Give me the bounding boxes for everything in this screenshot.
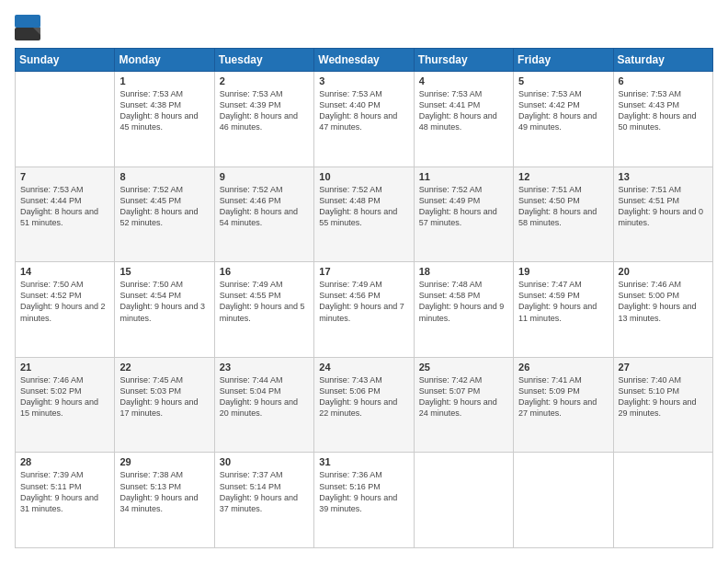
day-number: 30 bbox=[220, 456, 309, 467]
day-number: 6 bbox=[619, 75, 708, 86]
day-number: 21 bbox=[20, 362, 109, 373]
calendar-cell: 18Sunrise: 7:48 AMSunset: 4:58 PMDayligh… bbox=[414, 262, 513, 358]
day-number: 9 bbox=[220, 171, 309, 182]
day-number: 14 bbox=[20, 266, 109, 277]
calendar-table: SundayMondayTuesdayWednesdayThursdayFrid… bbox=[15, 48, 713, 548]
day-info: Sunrise: 7:49 AMSunset: 4:56 PMDaylight:… bbox=[319, 279, 408, 324]
day-info: Sunrise: 7:46 AMSunset: 5:02 PMDaylight:… bbox=[20, 374, 109, 419]
day-number: 28 bbox=[20, 456, 109, 467]
calendar-cell: 15Sunrise: 7:50 AMSunset: 4:54 PMDayligh… bbox=[115, 262, 214, 358]
calendar-week-row: 14Sunrise: 7:50 AMSunset: 4:52 PMDayligh… bbox=[16, 262, 713, 358]
day-number: 25 bbox=[419, 362, 508, 373]
calendar-cell bbox=[414, 453, 513, 548]
weekday-header: Friday bbox=[514, 49, 613, 72]
calendar-cell: 2Sunrise: 7:53 AMSunset: 4:39 PMDaylight… bbox=[214, 72, 313, 167]
day-number: 26 bbox=[518, 362, 608, 373]
day-info: Sunrise: 7:40 AMSunset: 5:10 PMDaylight:… bbox=[619, 374, 708, 419]
day-info: Sunrise: 7:47 AMSunset: 4:59 PMDaylight:… bbox=[518, 279, 608, 324]
day-number: 11 bbox=[419, 171, 508, 182]
calendar-cell: 29Sunrise: 7:38 AMSunset: 5:13 PMDayligh… bbox=[115, 453, 214, 548]
calendar-cell: 26Sunrise: 7:41 AMSunset: 5:09 PMDayligh… bbox=[514, 357, 613, 453]
day-number: 4 bbox=[419, 75, 508, 86]
calendar-cell: 19Sunrise: 7:47 AMSunset: 4:59 PMDayligh… bbox=[514, 262, 613, 358]
day-number: 18 bbox=[419, 266, 508, 277]
calendar-cell: 8Sunrise: 7:52 AMSunset: 4:45 PMDaylight… bbox=[115, 167, 214, 262]
day-number: 2 bbox=[220, 75, 309, 86]
day-info: Sunrise: 7:43 AMSunset: 5:06 PMDaylight:… bbox=[319, 374, 408, 419]
day-number: 23 bbox=[220, 362, 309, 373]
calendar-cell: 9Sunrise: 7:52 AMSunset: 4:46 PMDaylight… bbox=[214, 167, 313, 262]
day-info: Sunrise: 7:46 AMSunset: 5:00 PMDaylight:… bbox=[619, 279, 708, 324]
day-number: 20 bbox=[619, 266, 708, 277]
day-number: 12 bbox=[518, 171, 608, 182]
day-number: 31 bbox=[319, 456, 408, 467]
calendar-cell bbox=[514, 453, 613, 548]
calendar-week-row: 1Sunrise: 7:53 AMSunset: 4:38 PMDaylight… bbox=[16, 72, 713, 167]
weekday-header: Tuesday bbox=[214, 49, 313, 72]
day-info: Sunrise: 7:44 AMSunset: 5:04 PMDaylight:… bbox=[220, 374, 309, 419]
calendar-cell: 30Sunrise: 7:37 AMSunset: 5:14 PMDayligh… bbox=[214, 453, 313, 548]
day-info: Sunrise: 7:53 AMSunset: 4:43 PMDaylight:… bbox=[619, 88, 708, 133]
calendar-cell: 3Sunrise: 7:53 AMSunset: 4:40 PMDaylight… bbox=[314, 72, 414, 167]
day-info: Sunrise: 7:52 AMSunset: 4:46 PMDaylight:… bbox=[220, 184, 309, 229]
calendar-cell: 21Sunrise: 7:46 AMSunset: 5:02 PMDayligh… bbox=[16, 357, 115, 453]
weekday-header: Thursday bbox=[414, 49, 513, 72]
day-number: 15 bbox=[119, 266, 209, 277]
calendar-cell: 10Sunrise: 7:52 AMSunset: 4:48 PMDayligh… bbox=[314, 167, 414, 262]
calendar-cell: 24Sunrise: 7:43 AMSunset: 5:06 PMDayligh… bbox=[314, 357, 414, 453]
calendar-cell: 13Sunrise: 7:51 AMSunset: 4:51 PMDayligh… bbox=[613, 167, 712, 262]
day-info: Sunrise: 7:53 AMSunset: 4:41 PMDaylight:… bbox=[419, 88, 508, 133]
calendar-week-row: 21Sunrise: 7:46 AMSunset: 5:02 PMDayligh… bbox=[16, 357, 713, 453]
day-number: 13 bbox=[619, 171, 708, 182]
day-info: Sunrise: 7:53 AMSunset: 4:42 PMDaylight:… bbox=[518, 88, 608, 133]
day-info: Sunrise: 7:53 AMSunset: 4:44 PMDaylight:… bbox=[20, 184, 109, 229]
calendar-cell: 25Sunrise: 7:42 AMSunset: 5:07 PMDayligh… bbox=[414, 357, 513, 453]
day-info: Sunrise: 7:53 AMSunset: 4:39 PMDaylight:… bbox=[220, 88, 309, 133]
day-info: Sunrise: 7:50 AMSunset: 4:52 PMDaylight:… bbox=[20, 279, 109, 324]
calendar-cell: 20Sunrise: 7:46 AMSunset: 5:00 PMDayligh… bbox=[613, 262, 712, 358]
calendar-cell: 6Sunrise: 7:53 AMSunset: 4:43 PMDaylight… bbox=[613, 72, 712, 167]
day-number: 10 bbox=[319, 171, 408, 182]
day-info: Sunrise: 7:42 AMSunset: 5:07 PMDaylight:… bbox=[419, 374, 508, 419]
calendar-cell: 7Sunrise: 7:53 AMSunset: 4:44 PMDaylight… bbox=[16, 167, 115, 262]
day-info: Sunrise: 7:52 AMSunset: 4:45 PMDaylight:… bbox=[119, 184, 209, 229]
day-number: 3 bbox=[319, 75, 408, 86]
day-number: 7 bbox=[20, 171, 109, 182]
day-number: 22 bbox=[119, 362, 209, 373]
day-info: Sunrise: 7:51 AMSunset: 4:50 PMDaylight:… bbox=[518, 184, 608, 229]
weekday-header: Wednesday bbox=[314, 49, 414, 72]
calendar-week-row: 28Sunrise: 7:39 AMSunset: 5:11 PMDayligh… bbox=[16, 453, 713, 548]
day-info: Sunrise: 7:38 AMSunset: 5:13 PMDaylight:… bbox=[119, 469, 209, 514]
day-info: Sunrise: 7:53 AMSunset: 4:40 PMDaylight:… bbox=[319, 88, 408, 133]
day-info: Sunrise: 7:49 AMSunset: 4:55 PMDaylight:… bbox=[220, 279, 309, 324]
calendar-cell: 12Sunrise: 7:51 AMSunset: 4:50 PMDayligh… bbox=[514, 167, 613, 262]
day-info: Sunrise: 7:53 AMSunset: 4:38 PMDaylight:… bbox=[119, 88, 209, 133]
calendar-cell: 16Sunrise: 7:49 AMSunset: 4:55 PMDayligh… bbox=[214, 262, 313, 358]
weekday-header: Saturday bbox=[613, 49, 712, 72]
weekday-header: Monday bbox=[115, 49, 214, 72]
calendar-cell: 14Sunrise: 7:50 AMSunset: 4:52 PMDayligh… bbox=[16, 262, 115, 358]
calendar-header: SundayMondayTuesdayWednesdayThursdayFrid… bbox=[16, 49, 713, 72]
calendar-cell: 22Sunrise: 7:45 AMSunset: 5:03 PMDayligh… bbox=[115, 357, 214, 453]
calendar-cell: 17Sunrise: 7:49 AMSunset: 4:56 PMDayligh… bbox=[314, 262, 414, 358]
header bbox=[15, 15, 713, 40]
calendar-cell: 28Sunrise: 7:39 AMSunset: 5:11 PMDayligh… bbox=[16, 453, 115, 548]
day-info: Sunrise: 7:36 AMSunset: 5:16 PMDaylight:… bbox=[319, 469, 408, 514]
day-number: 27 bbox=[619, 362, 708, 373]
day-info: Sunrise: 7:51 AMSunset: 4:51 PMDaylight:… bbox=[619, 184, 708, 229]
calendar-cell: 23Sunrise: 7:44 AMSunset: 5:04 PMDayligh… bbox=[214, 357, 313, 453]
day-info: Sunrise: 7:48 AMSunset: 4:58 PMDaylight:… bbox=[419, 279, 508, 324]
weekday-row: SundayMondayTuesdayWednesdayThursdayFrid… bbox=[16, 49, 713, 72]
day-info: Sunrise: 7:45 AMSunset: 5:03 PMDaylight:… bbox=[119, 374, 209, 419]
calendar-cell bbox=[16, 72, 115, 167]
day-number: 8 bbox=[119, 171, 209, 182]
calendar-cell bbox=[613, 453, 712, 548]
day-info: Sunrise: 7:50 AMSunset: 4:54 PMDaylight:… bbox=[119, 279, 209, 324]
logo bbox=[15, 15, 44, 40]
calendar-cell: 27Sunrise: 7:40 AMSunset: 5:10 PMDayligh… bbox=[613, 357, 712, 453]
calendar-cell: 11Sunrise: 7:52 AMSunset: 4:49 PMDayligh… bbox=[414, 167, 513, 262]
calendar-cell: 4Sunrise: 7:53 AMSunset: 4:41 PMDaylight… bbox=[414, 72, 513, 167]
calendar-week-row: 7Sunrise: 7:53 AMSunset: 4:44 PMDaylight… bbox=[16, 167, 713, 262]
day-number: 17 bbox=[319, 266, 408, 277]
day-info: Sunrise: 7:52 AMSunset: 4:49 PMDaylight:… bbox=[419, 184, 508, 229]
